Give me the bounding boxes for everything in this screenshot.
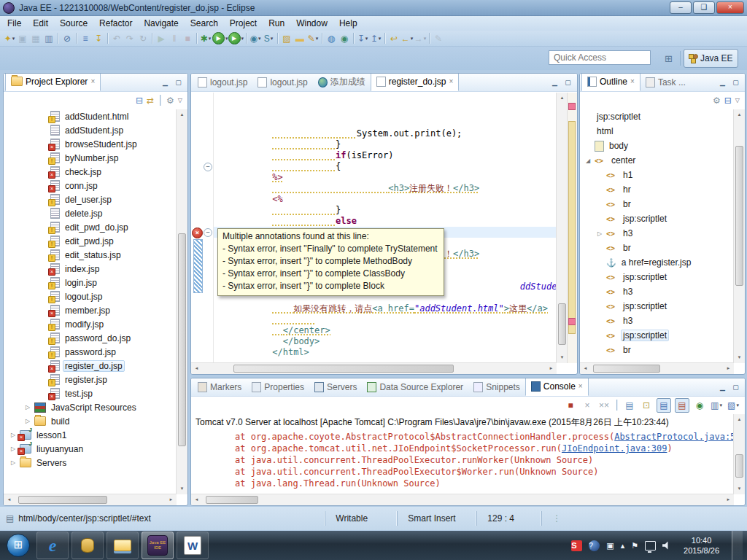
code-line[interactable]: − <% bbox=[214, 161, 557, 172]
code-line[interactable]: <h3>注册成功！</h3> bbox=[214, 216, 557, 227]
pen-icon[interactable]: ✎ ▾ bbox=[306, 32, 320, 45]
bottom-view-tab[interactable]: Snippets bbox=[468, 378, 525, 396]
open-perspective-button[interactable]: ⊞ bbox=[660, 50, 677, 67]
project-explorer-item[interactable]: byNumber.jsp bbox=[4, 151, 177, 165]
code-line[interactable]: System.out.print(e); bbox=[214, 96, 557, 106]
fold-collapse-icon[interactable]: − bbox=[204, 228, 212, 237]
project-explorer-item[interactable]: index.jsp bbox=[4, 262, 177, 276]
filters-icon[interactable]: ⚙ bbox=[713, 96, 721, 106]
taskbar-clock[interactable]: 10:40 2015/8/26 bbox=[678, 535, 725, 556]
clear-console-icon[interactable]: ▤ bbox=[623, 399, 636, 412]
terminate-button[interactable]: ■ bbox=[564, 399, 577, 412]
new-web-wizard-icon[interactable]: ◉ ▾ bbox=[249, 32, 262, 45]
tray-window-icon[interactable]: ▣ bbox=[606, 541, 614, 551]
scroll-thumb[interactable] bbox=[735, 146, 743, 286]
show-stderr-when-changed-icon[interactable]: ▤ bbox=[675, 398, 689, 413]
project-explorer-item[interactable]: edit_status.jsp bbox=[4, 248, 177, 262]
dropdown-arrow-icon[interactable]: ▾ bbox=[719, 402, 722, 408]
outline-item[interactable]: ◢ <> center bbox=[580, 153, 734, 168]
menu-item[interactable]: Run bbox=[263, 17, 290, 30]
outline-item[interactable]: <> jsp:scriptlet bbox=[580, 328, 734, 343]
bottom-view-tab[interactable]: Servers bbox=[309, 378, 362, 396]
tray-sogou-icon[interactable]: S bbox=[571, 540, 582, 551]
editor-tab[interactable]: logout.jsp bbox=[193, 73, 252, 91]
expand-arrow-icon[interactable]: ▷ bbox=[9, 446, 17, 452]
debug-icon[interactable]: ✱ ▾ bbox=[199, 32, 212, 45]
overview-ruler[interactable] bbox=[567, 93, 577, 363]
status-overflow-icon[interactable]: ⋮ bbox=[541, 511, 571, 526]
outline-item[interactable]: html bbox=[580, 124, 734, 139]
perspective-java-ee-button[interactable]: Java EE bbox=[684, 49, 738, 68]
folder-icon[interactable]: ▬ bbox=[293, 32, 306, 45]
project-explorer-item[interactable]: addStudent.jsp bbox=[4, 123, 177, 137]
link-with-editor-icon[interactable]: ⇄ bbox=[147, 96, 154, 106]
project-explorer-vscrollbar[interactable]: ▲ ▼ bbox=[176, 109, 187, 494]
close-view-icon[interactable]: × bbox=[578, 382, 583, 390]
outline-vscrollbar[interactable]: ▲ ▼ bbox=[733, 109, 745, 363]
skip-breakpoints-icon[interactable]: ⊘ bbox=[61, 32, 74, 45]
view-menu-icon[interactable]: ▽ bbox=[178, 97, 182, 104]
save-all-icon[interactable]: ▦ bbox=[29, 32, 42, 45]
remove-launch-icon[interactable]: × bbox=[581, 399, 594, 412]
tray-action-center-icon[interactable]: ⚑ bbox=[631, 541, 638, 551]
project-explorer-item[interactable]: ▷ liuyuanyuan bbox=[4, 442, 177, 456]
editor-tab[interactable]: register_do.jsp × bbox=[371, 73, 460, 91]
project-explorer-item[interactable]: conn.jsp bbox=[4, 179, 177, 192]
expand-arrow-icon[interactable]: ▷ bbox=[24, 418, 31, 424]
list-arrow-icon[interactable]: ≡ bbox=[79, 32, 92, 45]
menu-item[interactable]: Project bbox=[224, 17, 263, 30]
next-annotation-icon[interactable]: ↧ ▾ bbox=[356, 32, 369, 45]
project-explorer-item[interactable]: register.jsp bbox=[4, 373, 177, 386]
save-icon[interactable]: ▣ bbox=[16, 32, 29, 45]
overview-error-mark[interactable] bbox=[568, 103, 576, 110]
bottom-view-tab[interactable]: Console × bbox=[525, 378, 589, 396]
last-edit-location-icon[interactable]: ↩ bbox=[387, 32, 400, 45]
tray-show-hidden-icons-button[interactable]: ▴ bbox=[621, 541, 625, 551]
project-explorer-item[interactable]: edit_pwd.jsp bbox=[4, 234, 177, 248]
dropdown-arrow-icon[interactable]: ▾ bbox=[241, 36, 244, 42]
project-explorer-item[interactable]: password_do.jsp bbox=[4, 331, 177, 345]
fold-collapse-icon[interactable]: − bbox=[204, 163, 212, 171]
code-line[interactable]: %> bbox=[214, 139, 557, 150]
code-line[interactable]: </html> bbox=[214, 314, 557, 325]
console-output[interactable]: Tomcat v7.0 Server at localhost [Apache … bbox=[191, 414, 734, 494]
project-explorer-hscrollbar[interactable]: ◄ ► bbox=[4, 494, 177, 505]
minimize-view-button[interactable]: ▁ bbox=[716, 77, 729, 88]
show-stdout-when-changed-icon[interactable]: ▤ bbox=[657, 398, 671, 413]
dropdown-arrow-icon[interactable]: ▾ bbox=[379, 36, 382, 42]
step-return-icon[interactable]: ↻ bbox=[136, 32, 150, 45]
pin-console-icon[interactable]: ◉ bbox=[693, 399, 706, 412]
stack-trace-link[interactable]: AbstractProtocol.java:5 bbox=[614, 432, 734, 442]
bottom-view-tab[interactable]: Markers bbox=[193, 378, 247, 396]
taskbar-explorer-button[interactable] bbox=[107, 532, 139, 559]
suspend-icon[interactable]: ‖ bbox=[168, 32, 181, 45]
outline-item[interactable]: <> h3 bbox=[580, 284, 734, 299]
outline-item[interactable]: <> br bbox=[580, 241, 734, 255]
tray-help-icon[interactable]: ? bbox=[589, 540, 600, 551]
step-into-icon[interactable]: ↶ bbox=[110, 32, 123, 45]
dropdown-arrow-icon[interactable]: ▾ bbox=[424, 36, 427, 42]
outline-item[interactable]: <> br bbox=[580, 197, 734, 211]
project-explorer-item[interactable]: check.jsp bbox=[4, 165, 177, 179]
outline-item[interactable]: <> h1 bbox=[580, 168, 734, 182]
console-hscrollbar[interactable]: ◄ ► bbox=[191, 494, 734, 505]
scroll-thumb[interactable] bbox=[18, 496, 107, 504]
show-desktop-button[interactable] bbox=[732, 531, 743, 560]
project-explorer-item[interactable]: delete.jsp bbox=[4, 206, 177, 220]
dropdown-arrow-icon[interactable]: ▾ bbox=[316, 36, 319, 42]
taskbar-ie-button[interactable]: e bbox=[36, 532, 69, 559]
web-browser-icon[interactable]: ◍ bbox=[325, 32, 338, 45]
console-vscrollbar[interactable]: ▲ ▼ bbox=[733, 414, 745, 494]
menu-item[interactable]: File bbox=[1, 17, 27, 30]
outline-item[interactable]: <> jsp:scriptlet bbox=[580, 211, 734, 226]
taskbar-eclipse-button[interactable]: Java EE IDE bbox=[142, 532, 174, 559]
forward-icon[interactable]: → ▾ bbox=[414, 32, 427, 45]
tray-volume-icon[interactable] bbox=[662, 541, 671, 550]
maximize-view-button[interactable]: ▢ bbox=[729, 382, 742, 393]
maximize-editor-button[interactable]: ▢ bbox=[562, 77, 574, 88]
code-editor[interactable]: System.out.print(e); } if(isError) bbox=[191, 93, 557, 363]
error-annotation-icon[interactable]: × bbox=[192, 228, 203, 238]
code-line[interactable]: { bbox=[214, 128, 557, 139]
pin-editor-icon[interactable]: ✎ bbox=[432, 32, 445, 45]
project-tree[interactable]: addStudent.html addStudent.jsp browseStu… bbox=[4, 109, 177, 494]
